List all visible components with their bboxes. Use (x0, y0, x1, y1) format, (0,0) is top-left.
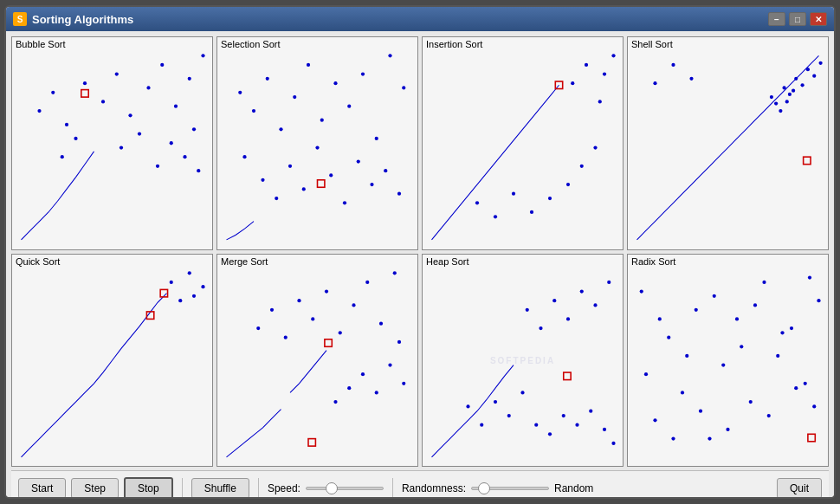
svg-point-81 (178, 299, 182, 302)
svg-point-145 (726, 427, 729, 430)
svg-point-90 (325, 289, 328, 293)
svg-point-67 (801, 83, 804, 87)
svg-point-5 (115, 72, 119, 75)
svg-point-149 (780, 331, 784, 334)
svg-point-10 (188, 77, 191, 81)
svg-point-74 (653, 81, 656, 85)
svg-point-126 (653, 418, 656, 422)
svg-point-150 (794, 386, 798, 390)
svg-rect-47 (318, 180, 325, 188)
svg-point-22 (238, 91, 242, 94)
svg-point-9 (174, 105, 178, 108)
svg-point-134 (762, 280, 766, 283)
svg-point-14 (74, 137, 77, 140)
svg-point-84 (201, 285, 204, 288)
svg-point-89 (311, 317, 314, 320)
svg-point-52 (548, 197, 552, 200)
svg-point-109 (520, 391, 524, 394)
svg-point-31 (361, 72, 365, 75)
svg-point-129 (695, 307, 698, 311)
svg-point-25 (279, 127, 282, 131)
svg-point-69 (812, 74, 816, 78)
svg-point-76 (689, 77, 693, 81)
svg-point-34 (402, 86, 405, 89)
svg-point-97 (333, 399, 337, 403)
svg-point-120 (566, 317, 570, 320)
svg-point-27 (307, 63, 310, 67)
svg-point-70 (819, 61, 823, 65)
svg-point-18 (170, 141, 173, 145)
speed-slider[interactable] (306, 487, 384, 490)
window-title: Sorting Algorithms (32, 13, 768, 26)
quick-sort-panel: Quick Sort (11, 254, 213, 468)
svg-point-64 (783, 86, 786, 89)
radix-sort-panel: Radix Sort (627, 254, 829, 468)
svg-rect-104 (308, 438, 315, 446)
svg-point-87 (284, 335, 288, 339)
svg-point-54 (580, 165, 584, 168)
svg-point-111 (548, 432, 552, 436)
svg-point-58 (598, 100, 602, 103)
svg-rect-153 (808, 434, 815, 442)
svg-point-114 (589, 409, 592, 412)
svg-point-112 (562, 413, 565, 417)
svg-point-148 (767, 413, 771, 417)
svg-point-100 (375, 391, 378, 394)
svg-rect-124 (564, 372, 571, 380)
svg-point-23 (252, 109, 255, 113)
step-button[interactable]: Step (71, 478, 119, 498)
svg-point-139 (644, 372, 648, 376)
svg-point-51 (530, 210, 533, 214)
svg-point-102 (402, 381, 405, 384)
svg-point-46 (397, 192, 401, 196)
randomness-label: Randomness: (402, 482, 466, 494)
svg-point-6 (128, 113, 132, 117)
svg-point-60 (611, 54, 615, 57)
svg-point-65 (788, 93, 792, 96)
svg-point-0 (37, 109, 41, 113)
svg-point-73 (792, 89, 795, 93)
maximize-button[interactable]: □ (789, 12, 806, 26)
shuffle-button[interactable]: Shuffle (191, 478, 249, 498)
svg-point-62 (770, 95, 773, 99)
quit-button[interactable]: Quit (777, 478, 822, 498)
svg-point-80 (170, 280, 173, 283)
minimize-button[interactable]: − (768, 12, 785, 26)
randomness-slider-container (471, 487, 549, 490)
svg-point-117 (526, 307, 529, 311)
svg-point-41 (329, 173, 333, 177)
svg-point-4 (101, 100, 105, 103)
svg-point-12 (201, 54, 204, 57)
start-button[interactable]: Start (18, 478, 66, 498)
svg-point-85 (256, 326, 260, 329)
svg-point-7 (146, 86, 150, 89)
svg-point-56 (571, 81, 574, 85)
bubble-sort-canvas (12, 37, 212, 249)
selection-sort-canvas (217, 37, 417, 249)
svg-point-105 (466, 404, 469, 408)
svg-point-95 (393, 271, 397, 275)
svg-point-92 (352, 303, 355, 307)
svg-point-15 (120, 145, 123, 149)
svg-point-59 (603, 72, 606, 75)
svg-point-40 (315, 145, 319, 149)
svg-point-122 (593, 303, 597, 307)
svg-point-82 (188, 271, 191, 275)
svg-point-44 (370, 183, 373, 186)
close-button[interactable]: ✕ (810, 12, 827, 26)
svg-point-68 (806, 68, 810, 71)
insertion-sort-label: Insertion Sort (426, 39, 482, 49)
svg-point-45 (384, 169, 387, 172)
bubble-sort-label: Bubble Sort (16, 39, 65, 49)
svg-point-125 (640, 289, 643, 293)
svg-point-110 (534, 423, 538, 426)
merge-sort-label: Merge Sort (221, 256, 268, 267)
svg-point-57 (585, 63, 588, 67)
window-controls: − □ ✕ (768, 12, 827, 26)
svg-point-49 (494, 215, 497, 218)
heap-sort-panel: Heap Sort SOFTPEDIA (422, 254, 624, 468)
separator-1 (182, 478, 183, 498)
svg-point-142 (685, 353, 688, 357)
stop-button[interactable]: Stop (124, 477, 173, 498)
randomness-slider[interactable] (471, 487, 549, 490)
